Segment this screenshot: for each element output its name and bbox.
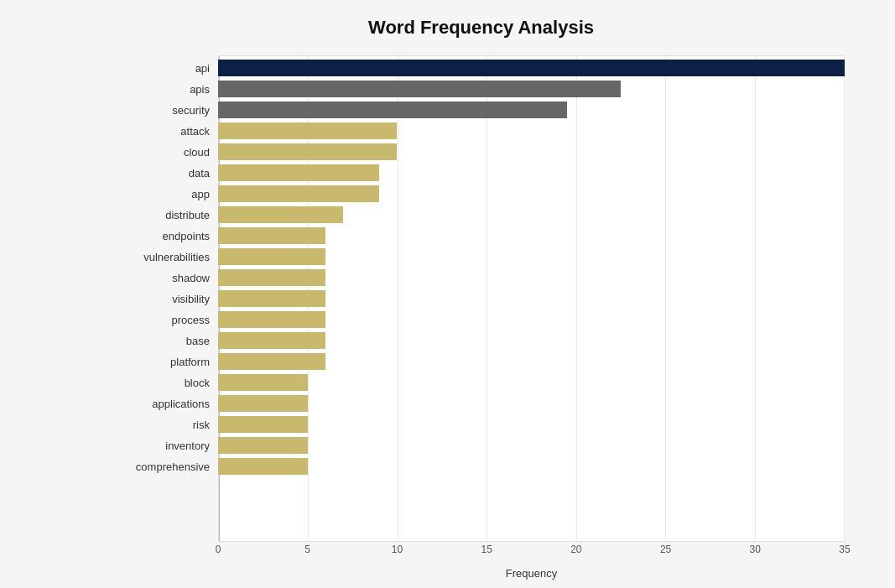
bar-fill bbox=[218, 416, 308, 433]
x-tick: 30 bbox=[750, 544, 761, 555]
bar-row: data bbox=[101, 164, 845, 182]
bar-row: attack bbox=[101, 122, 845, 140]
bar-label: process bbox=[101, 314, 218, 326]
bar-row: base bbox=[101, 331, 845, 350]
bar-fill bbox=[218, 458, 308, 475]
x-tick: 20 bbox=[570, 544, 581, 555]
bar-label: block bbox=[101, 377, 218, 389]
bar-fill bbox=[218, 164, 379, 181]
bar-row: vulnerabilities bbox=[101, 247, 845, 266]
x-tick: 0 bbox=[216, 544, 221, 555]
bar-label: inventory bbox=[101, 440, 218, 452]
bar-fill bbox=[218, 143, 397, 160]
bar-label: data bbox=[101, 167, 218, 180]
bar-label: attack bbox=[101, 125, 218, 138]
bar-fill bbox=[218, 81, 621, 97]
x-tick: 25 bbox=[660, 544, 671, 555]
bar-fill bbox=[218, 311, 325, 328]
chart-title: Word Frequency Analysis bbox=[101, 17, 861, 39]
bar-label: api bbox=[101, 62, 218, 75]
bar-row: platform bbox=[101, 352, 845, 371]
x-axis-label: Frequency bbox=[218, 567, 845, 580]
bar-row: distribute bbox=[101, 206, 845, 224]
bar-fill bbox=[218, 374, 308, 391]
bar-fill bbox=[218, 122, 397, 139]
bar-row: inventory bbox=[101, 436, 845, 455]
bar-row: api bbox=[101, 59, 845, 77]
bar-fill bbox=[218, 269, 325, 286]
bar-row: endpoints bbox=[101, 226, 845, 245]
bar-label: comprehensive bbox=[101, 461, 218, 473]
bar-row: security bbox=[101, 101, 845, 119]
bar-label: app bbox=[101, 188, 218, 200]
x-tick: 5 bbox=[304, 544, 310, 555]
bar-fill bbox=[218, 185, 379, 202]
bar-fill bbox=[218, 437, 308, 454]
bar-fill bbox=[218, 332, 325, 349]
bar-label: vulnerabilities bbox=[101, 251, 218, 263]
bar-row: process bbox=[101, 310, 845, 329]
bar-row: cloud bbox=[101, 143, 845, 161]
chart-container: Word Frequency Analysis apiapissecuritya… bbox=[0, 0, 895, 588]
bar-label: security bbox=[101, 104, 218, 117]
bar-fill bbox=[218, 248, 325, 265]
bar-row: comprehensive bbox=[101, 457, 845, 476]
bar-label: base bbox=[101, 335, 218, 347]
bar-label: visibility bbox=[101, 293, 218, 305]
bar-label: platform bbox=[101, 356, 218, 368]
bar-label: cloud bbox=[101, 146, 218, 159]
x-tick: 15 bbox=[481, 544, 492, 555]
bar-fill bbox=[218, 206, 343, 223]
bar-label: shadow bbox=[101, 272, 218, 284]
bar-row: shadow bbox=[101, 268, 845, 287]
bar-fill bbox=[218, 395, 308, 412]
bar-fill bbox=[218, 60, 845, 76]
bar-label: distribute bbox=[101, 209, 218, 221]
bar-label: apis bbox=[101, 83, 218, 96]
x-tick: 10 bbox=[392, 544, 403, 555]
bar-label: endpoints bbox=[101, 230, 218, 242]
bar-row: risk bbox=[101, 415, 845, 434]
x-tick: 35 bbox=[839, 544, 850, 555]
bar-fill bbox=[218, 101, 567, 118]
bar-label: risk bbox=[101, 419, 218, 431]
bar-row: block bbox=[101, 373, 845, 392]
bar-row: visibility bbox=[101, 289, 845, 308]
bar-row: apis bbox=[101, 80, 845, 98]
bar-fill bbox=[218, 290, 325, 307]
bar-fill bbox=[218, 227, 325, 244]
bar-row: app bbox=[101, 185, 845, 203]
bar-row: applications bbox=[101, 394, 845, 413]
bar-label: applications bbox=[101, 398, 218, 410]
bar-fill bbox=[218, 353, 325, 370]
